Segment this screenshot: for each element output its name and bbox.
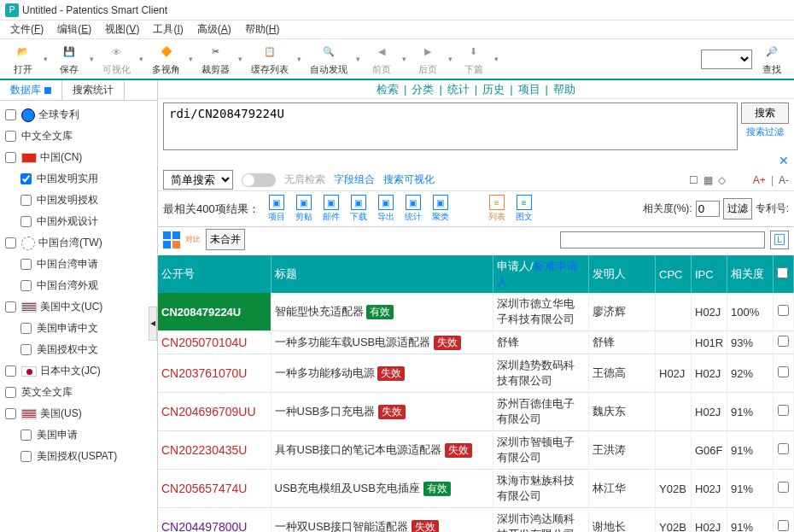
collapse-handle-icon[interactable]: ◀ (149, 307, 157, 341)
font-minus-icon[interactable]: A- (779, 174, 789, 186)
column-header[interactable]: 发明人 (589, 255, 656, 293)
result-tool-button[interactable]: ▣邮件 (318, 195, 345, 223)
tree-checkbox[interactable] (20, 451, 32, 462)
publication-number[interactable]: CN202230435U (161, 443, 247, 457)
tree-checkbox[interactable] (20, 216, 32, 227)
tree-item[interactable]: 中国台湾(TW) (0, 232, 157, 254)
row-checkbox[interactable] (778, 336, 789, 347)
search-button[interactable]: 搜索 (741, 102, 789, 124)
tree-checkbox[interactable] (5, 131, 16, 142)
nav-link[interactable]: 项目 (518, 82, 540, 97)
nav-link[interactable]: 分类 (412, 82, 434, 97)
toolbar-auto-button[interactable]: 🔍自动发现 (303, 41, 354, 78)
table-row[interactable]: CN205657474UUSB充电模组及USB充电插座 有效珠海市魅族科技有限公… (158, 470, 794, 508)
nav-link[interactable]: 历史 (482, 82, 505, 97)
toolbar-drop-icon[interactable]: ▾ (236, 55, 244, 63)
column-header[interactable]: 公开号 (158, 255, 271, 293)
unmerge-button[interactable]: 未合并 (206, 229, 245, 250)
tree-checkbox[interactable] (5, 408, 16, 419)
tree-item[interactable]: 全球专利 (0, 104, 157, 126)
publication-number[interactable]: CN204696709UU (161, 405, 256, 418)
tree-item[interactable]: 美国中文(UC) (0, 296, 157, 318)
patent-no-input[interactable] (560, 231, 765, 248)
nav-link[interactable]: 帮助 (553, 82, 575, 97)
tree-item[interactable]: 美国授权中文 (0, 339, 157, 360)
menu-a[interactable]: 高级(A) (190, 20, 238, 38)
tree-item[interactable]: 英文全文库 (0, 382, 157, 403)
search-filter-link[interactable]: 搜索过滤 (741, 126, 789, 138)
search-mode-select[interactable]: 简单搜索 (163, 170, 233, 190)
toolbar-cache-button[interactable]: 📋缓存列表 (244, 41, 295, 78)
publication-number[interactable]: CN205070104U (161, 336, 247, 349)
row-checkbox[interactable] (778, 443, 789, 454)
tree-item[interactable]: 中国(CN) (0, 147, 157, 168)
toolbar-drop-icon[interactable]: ▾ (493, 55, 500, 63)
tool-icon[interactable]: ☐ (689, 174, 698, 186)
toolbar-drop-icon[interactable]: ▾ (42, 55, 50, 63)
column-header[interactable] (774, 255, 794, 293)
tree-item[interactable]: 中国台湾申请 (0, 254, 157, 275)
relevance-input[interactable] (696, 201, 720, 217)
font-plus-icon[interactable]: A+ (753, 174, 766, 186)
tree-checkbox[interactable] (5, 152, 16, 163)
database-tree[interactable]: 全球专利中文全文库中国(CN)中国发明实用中国发明授权中国外观设计中国台湾(TW… (0, 101, 157, 532)
column-header[interactable]: 标题 (271, 255, 493, 293)
tile-view-icon[interactable] (163, 231, 180, 248)
table-row[interactable]: CN203761070U一种多功能移动电源 失效深圳趋势数码科技有限公司王德高H… (158, 354, 794, 393)
table-row[interactable]: CN208479224U智能型快充适配器 有效深圳市德立华电子科技有限公司廖济辉… (158, 293, 794, 331)
tree-checkbox[interactable] (20, 280, 32, 291)
tree-checkbox[interactable] (20, 323, 32, 334)
search-input[interactable]: rdi/CN208479224U (163, 102, 738, 150)
tool-icon[interactable]: ◇ (718, 174, 726, 186)
tool-icon[interactable]: ▦ (704, 174, 713, 186)
menu-i[interactable]: 工具(I) (146, 20, 190, 38)
table-row[interactable]: CN205070104U一种多功能车载USB电源适配器 失效舒锋舒锋H01R93… (158, 331, 794, 354)
tree-checkbox[interactable] (20, 344, 32, 355)
result-tool-button[interactable]: ▣统计 (400, 195, 427, 223)
tree-item[interactable]: 日本中文(JC) (0, 360, 157, 382)
view-button[interactable]: ≡图文 (511, 195, 538, 223)
left-tab[interactable]: 搜索统计 (62, 80, 125, 100)
tree-item[interactable]: 中国外观设计 (0, 211, 157, 232)
publication-number[interactable]: CN204497800U (161, 520, 247, 532)
toolbar-drop-icon[interactable]: ▾ (137, 55, 145, 63)
locate-button-icon[interactable]: 🄻 (770, 231, 789, 249)
result-tool-button[interactable]: ▣项目 (263, 195, 290, 223)
publication-number[interactable]: CN205657474U (161, 482, 247, 495)
menu-v[interactable]: 视图(V) (98, 20, 146, 38)
tree-item[interactable]: 美国申请 (0, 424, 157, 446)
column-header[interactable]: 相关度 (727, 255, 774, 293)
tree-item[interactable]: 美国授权(USPAT) (0, 446, 157, 467)
column-header[interactable]: IPC (692, 255, 727, 293)
publication-number[interactable]: CN203761070U (161, 366, 247, 380)
toolbar-drop-icon[interactable]: ▾ (295, 55, 303, 63)
toolbar-search-button[interactable]: 🔎查找 (752, 41, 791, 78)
result-tool-button[interactable]: ▣导出 (372, 195, 400, 223)
menu-h[interactable]: 帮助(H) (238, 20, 287, 38)
result-tool-button[interactable]: ▣剪贴 (290, 195, 318, 223)
toolbar-drop-icon[interactable]: ▾ (187, 55, 195, 63)
column-header[interactable]: 申请人/标准申请人 (493, 255, 589, 293)
field-combo-link[interactable]: 字段组合 (334, 172, 375, 187)
tree-checkbox[interactable] (5, 109, 16, 120)
filter-button[interactable]: 过滤 (723, 198, 752, 219)
column-header[interactable]: CPC (656, 255, 692, 293)
tree-checkbox[interactable] (5, 387, 16, 398)
toolbar-open-button[interactable]: 📂打开 (3, 41, 42, 78)
result-tool-button[interactable]: ▣下载 (345, 195, 372, 223)
tree-item[interactable]: 中国发明授权 (0, 190, 157, 211)
nav-link[interactable]: 检索 (377, 82, 399, 97)
table-row[interactable]: CN202230435U具有USB接口的笔记本电源适配器 失效深圳市智顿电子有限… (158, 431, 794, 470)
row-checkbox[interactable] (778, 520, 789, 531)
clear-search-icon[interactable]: ✕ (779, 154, 789, 167)
menu-f[interactable]: 文件(F) (3, 20, 50, 38)
tree-item[interactable]: 美国(US) (0, 403, 157, 424)
tree-checkbox[interactable] (20, 195, 32, 206)
toolbar-crop-button[interactable]: ✂裁剪器 (195, 41, 236, 78)
tree-item[interactable]: 中国发明实用 (0, 168, 157, 190)
tree-checkbox[interactable] (20, 259, 32, 270)
toolbar-drop-icon[interactable]: ▾ (400, 55, 408, 63)
tree-checkbox[interactable] (20, 173, 32, 184)
table-row[interactable]: CN204696709UU一种USB多口充电器 失效苏州百德佳电子有限公司魏庆东… (158, 393, 794, 431)
select-all-checkbox[interactable] (777, 267, 788, 278)
